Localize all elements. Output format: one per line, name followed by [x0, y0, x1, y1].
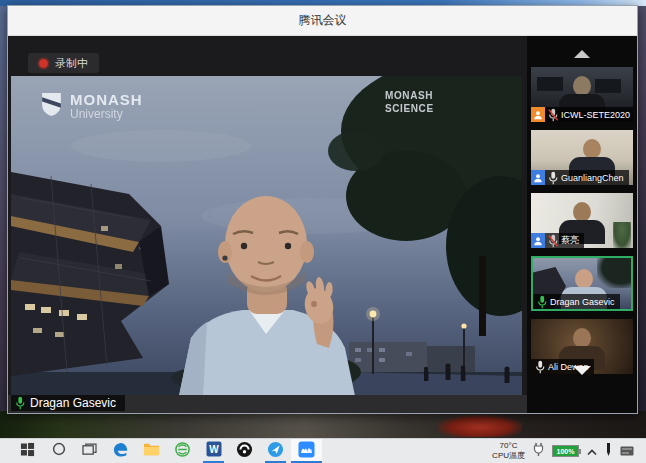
svg-text:W: W	[209, 444, 219, 455]
main-video-area: 录制中	[8, 36, 527, 413]
meeting-window: 腾讯会议 录制中	[7, 5, 638, 414]
monash-university-logo: MONASH University	[41, 92, 143, 121]
main-video-scene	[11, 76, 522, 396]
cortana-search-button[interactable]	[43, 439, 74, 463]
cpu-temperature[interactable]: 70°C CPU温度	[492, 441, 525, 460]
scroll-up-button[interactable]	[527, 50, 637, 58]
mic-active-icon	[537, 295, 547, 309]
battery-percent: 100%	[557, 448, 575, 455]
recording-label: 录制中	[55, 56, 88, 71]
mic-on-icon	[548, 171, 558, 185]
participant-label: 蔡亮	[531, 233, 584, 248]
internet-explorer-icon	[174, 441, 191, 462]
word-button[interactable]: W	[198, 439, 229, 463]
stylus-pen-icon[interactable]	[605, 442, 612, 461]
scroll-down-button[interactable]	[527, 366, 637, 375]
screen: 腾讯会议 录制中	[0, 0, 646, 463]
monash-logo-line1: MONASH	[70, 92, 143, 107]
triangle-up-icon	[574, 50, 590, 58]
edge-browser-icon	[112, 441, 129, 462]
triangle-down-icon	[573, 366, 591, 375]
taskbar: W 70°C CPU温度 100%	[0, 438, 646, 463]
participant-label: ICWL-SETE2020	[531, 107, 633, 122]
participant-name: ICWL-SETE2020	[561, 110, 630, 120]
file-explorer-button[interactable]	[136, 439, 167, 463]
file-explorer-icon	[143, 442, 160, 460]
recording-badge[interactable]: 录制中	[28, 53, 99, 73]
dark-circle-app-icon	[236, 441, 253, 462]
participant-name: Dragan Gasevic	[550, 297, 615, 307]
record-dot-icon	[39, 59, 48, 68]
edge-browser-button[interactable]	[105, 439, 136, 463]
mic-muted-icon	[548, 234, 558, 248]
tencent-meeting-button[interactable]	[291, 439, 322, 463]
participant-tile[interactable]: ICWL-SETE2020	[531, 67, 633, 122]
wallpaper-red-object	[438, 415, 522, 437]
internet-explorer-button[interactable]	[167, 439, 198, 463]
word-icon: W	[206, 441, 222, 461]
participant-name: 蔡亮	[561, 234, 579, 247]
pointer-app-icon	[267, 441, 284, 462]
touch-keyboard-icon[interactable]	[620, 442, 634, 460]
meeting-content: 录制中	[8, 36, 637, 413]
participant-label: GuanliangChen	[531, 170, 629, 185]
tencent-meeting-icon	[298, 441, 315, 462]
battery-indicator[interactable]: 100%	[552, 445, 579, 457]
window-titlebar[interactable]: 腾讯会议	[8, 6, 637, 36]
windows-start-button[interactable]	[12, 439, 43, 463]
system-tray: 70°C CPU温度 100%	[492, 439, 646, 463]
tray-chevron-up-icon[interactable]	[587, 442, 597, 460]
monash-logo-line2: University	[70, 107, 143, 121]
monash-science-watermark: MONASH SCIENCE	[385, 89, 434, 115]
participant-label: Dragan Gasevic	[533, 294, 620, 309]
pointer-app-button[interactable]	[260, 439, 291, 463]
member-person-icon	[531, 233, 545, 248]
active-speaker-name: Dragan Gasevic	[30, 396, 116, 410]
active-speaker-label: Dragan Gasevic	[11, 395, 125, 411]
power-plug-icon[interactable]	[533, 442, 544, 460]
wallpaper-rocks	[0, 411, 646, 439]
mic-active-icon	[15, 396, 25, 410]
task-view-button[interactable]	[74, 439, 105, 463]
participant-list: ICWL-SETE2020GuanliangChen蔡亮Dragan Gasev…	[531, 67, 633, 382]
taskbar-buttons: W	[0, 439, 322, 463]
participant-name: GuanliangChen	[561, 173, 624, 183]
member-person-icon	[531, 170, 545, 185]
task-view-icon	[82, 442, 97, 460]
participants-sidebar: ICWL-SETE2020GuanliangChen蔡亮Dragan Gasev…	[527, 36, 637, 413]
main-video[interactable]: MONASH University MONASH SCIENCE	[11, 76, 522, 396]
window-title: 腾讯会议	[299, 12, 347, 29]
cortana-search-icon	[52, 442, 66, 460]
windows-start-icon	[20, 442, 35, 461]
participant-tile[interactable]: Dragan Gasevic	[531, 256, 633, 311]
monash-shield-icon	[41, 92, 62, 117]
participant-tile[interactable]: GuanliangChen	[531, 130, 633, 185]
host-person-icon	[531, 107, 545, 122]
dark-circle-app-button[interactable]	[229, 439, 260, 463]
participant-tile[interactable]: 蔡亮	[531, 193, 633, 248]
mic-muted-icon	[548, 108, 558, 122]
